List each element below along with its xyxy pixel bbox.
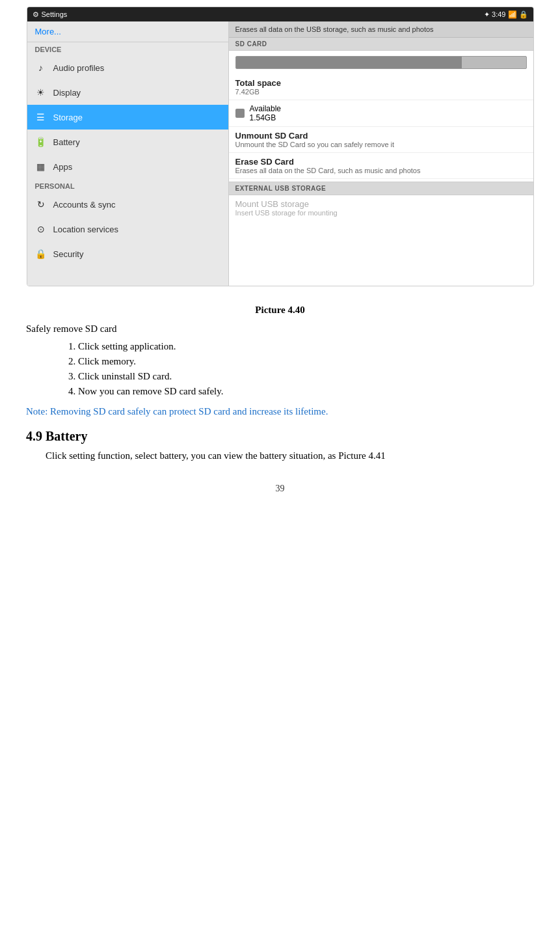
sidebar-item-apps[interactable]: ▦ Apps (27, 154, 228, 179)
location-services-icon: ⊙ (35, 223, 47, 235)
app-name-area: ⚙ Settings (33, 10, 68, 19)
sidebar: More... DEVICE ♪ Audio profiles ☀ Displa… (27, 21, 229, 286)
available-label: Available (250, 104, 281, 113)
step-2: Click memory. (78, 356, 534, 367)
sidebar-item-storage[interactable]: ☰ Storage (27, 105, 228, 130)
total-space-value: 7.42GB (235, 88, 527, 96)
unmount-sd-title: Unmount SD Card (235, 131, 527, 141)
storage-icon: ☰ (35, 111, 47, 123)
erase-sd-desc: Erases all data on the SD Card, such as … (235, 167, 527, 174)
display-icon: ☀ (35, 87, 47, 98)
sd-card-section-header: SD CARD (229, 38, 533, 51)
apps-icon: ▦ (35, 161, 47, 172)
location-services-label: Location services (53, 225, 118, 234)
unmount-sd-row[interactable]: Unmount SD Card Unmount the SD Card so y… (229, 127, 533, 153)
picture-caption: Picture 4.40 (26, 305, 534, 316)
step-4: Now you can remove SD card safely. (78, 386, 534, 397)
page-number: 39 (26, 471, 534, 500)
sidebar-item-audio-profiles[interactable]: ♪ Audio profiles (27, 55, 228, 80)
sidebar-more[interactable]: More... (27, 21, 228, 42)
total-space-label: Total space (235, 78, 527, 88)
device-section-label: DEVICE (27, 42, 228, 55)
audio-profiles-label: Audio profiles (53, 63, 105, 73)
available-value: 1.54GB (250, 113, 281, 122)
sidebar-item-accounts-sync[interactable]: ↻ Accounts & sync (27, 192, 228, 217)
step-3: Click uninstall SD card. (78, 371, 534, 382)
sidebar-item-location-services[interactable]: ⊙ Location services (27, 217, 228, 241)
usb-icon: ✦ (484, 10, 490, 19)
erase-sd-row[interactable]: Erase SD Card Erases all data on the SD … (229, 153, 533, 179)
status-bar: ⚙ Settings ✦ 3:49 📶 🔒 (27, 7, 533, 21)
document-body: Picture 4.40 Safely remove SD card Click… (0, 293, 560, 507)
external-usb-section-header: EXTERNAL USB STORAGE (229, 182, 533, 195)
available-row: Available 1.54GB (229, 100, 533, 127)
battery-label: Battery (53, 137, 80, 147)
audio-profiles-icon: ♪ (35, 62, 47, 74)
note-text: Note: Removing SD card safely can protec… (26, 406, 534, 417)
display-label: Display (53, 88, 81, 98)
wifi-icon: 🔒 (519, 10, 528, 19)
screenshot: ⚙ Settings ✦ 3:49 📶 🔒 More... DEVICE ♪ A… (27, 7, 534, 286)
accounts-sync-label: Accounts & sync (53, 200, 116, 210)
settings-icon: ⚙ (33, 10, 39, 19)
right-panel: Erases all data on the USB storage, such… (229, 21, 533, 286)
signal-icon: 📶 (508, 10, 517, 19)
battery-icon: 🔋 (35, 136, 47, 148)
mount-usb-row[interactable]: Mount USB storage Insert USB storage for… (229, 195, 533, 221)
sidebar-item-security[interactable]: 🔒 Security (27, 241, 228, 266)
security-icon: 🔒 (35, 248, 47, 260)
time-display: 3:49 (492, 10, 505, 18)
sd-progress-fill (236, 57, 462, 68)
sidebar-item-display[interactable]: ☀ Display (27, 80, 228, 105)
accounts-sync-icon: ↻ (35, 199, 47, 210)
available-icon-box (235, 109, 245, 118)
sd-progress-bar (235, 56, 527, 69)
sidebar-item-battery[interactable]: 🔋 Battery (27, 130, 228, 154)
section-body: Click setting function, select battery, … (46, 450, 534, 461)
storage-label: Storage (53, 113, 83, 122)
apps-label: Apps (53, 162, 73, 172)
mount-usb-title: Mount USB storage (235, 199, 527, 209)
unmount-sd-desc: Unmount the SD Card so you can safely re… (235, 141, 527, 148)
intro-text: Safely remove SD card (26, 323, 534, 335)
total-space-row: Total space 7.42GB (229, 74, 533, 100)
main-content: More... DEVICE ♪ Audio profiles ☀ Displa… (27, 21, 533, 286)
erase-sd-title: Erase SD Card (235, 157, 527, 167)
personal-section-label: PERSONAL (27, 179, 228, 192)
section-heading: 4.9 Battery (26, 429, 534, 444)
step-1: Click setting application. (78, 341, 534, 352)
erase-usb-banner: Erases all data on the USB storage, such… (229, 21, 533, 38)
mount-usb-desc: Insert USB storage for mounting (235, 209, 527, 217)
steps-list: Click setting application. Click memory.… (78, 341, 534, 397)
app-title: Settings (42, 10, 68, 18)
status-icons: ✦ 3:49 📶 🔒 (484, 10, 527, 19)
security-label: Security (53, 249, 84, 259)
